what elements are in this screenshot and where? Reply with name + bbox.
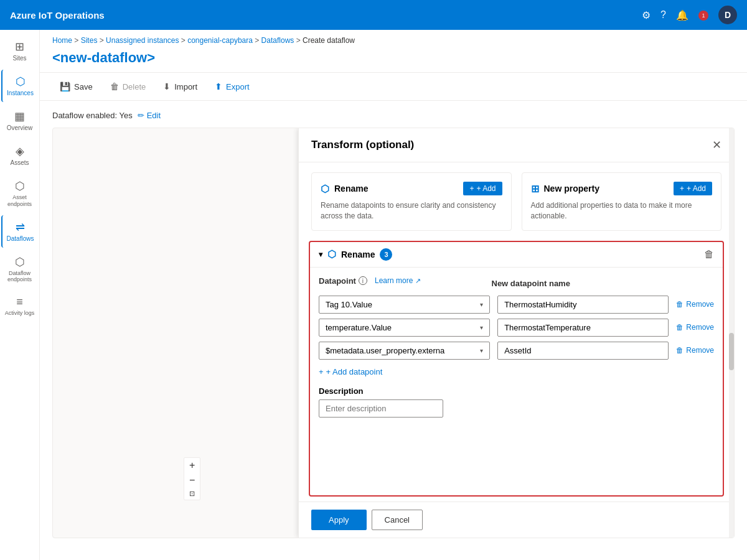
cancel-button[interactable]: Cancel: [372, 510, 423, 530]
export-button[interactable]: ⬆ Export: [207, 78, 257, 95]
zoom-fit-button[interactable]: ⊡: [184, 488, 200, 500]
rename-add-button[interactable]: + + Add: [463, 182, 502, 195]
sidebar: Sites ⬡ Instances ▦ Overview ◈ Assets ⬡ …: [0, 30, 40, 560]
zoom-out-button[interactable]: −: [184, 473, 200, 488]
sidebar-item-activity-logs[interactable]: ≡ Activity logs: [1, 291, 39, 322]
remove-button-2[interactable]: 🗑 Remove: [676, 323, 714, 332]
breadcrumb-home[interactable]: Home: [52, 36, 72, 45]
external-link-icon: ↗: [415, 277, 421, 285]
avatar[interactable]: D: [718, 6, 737, 24]
new-name-input-3[interactable]: [497, 342, 669, 360]
new-property-card: ⊞ New property + + Add Add additional pr…: [522, 172, 722, 231]
sidebar-item-sites[interactable]: Sites: [1, 35, 39, 67]
settings-icon[interactable]: ⚙: [642, 9, 651, 21]
new-name-col-label: New datapoint name: [492, 279, 570, 288]
datapoint-col-label: Datapoint: [319, 276, 356, 286]
asset-endpoints-icon: ⬡: [15, 179, 25, 193]
sidebar-item-overview[interactable]: ▦ Overview: [1, 105, 39, 137]
sidebar-label-instances: Instances: [7, 90, 34, 97]
activity-logs-icon: ≡: [16, 296, 23, 309]
rename-col-headers: Datapoint i Learn more ↗: [319, 276, 714, 291]
sidebar-label-dataflows: Dataflows: [7, 235, 34, 243]
top-navigation: Azure IoT Operations ⚙ ? 🔔 1 D: [0, 0, 747, 30]
save-button[interactable]: 💾 Save: [52, 78, 100, 95]
dataflow-enabled-label: Dataflow enabled: Yes: [52, 111, 133, 120]
toolbar: 💾 Save 🗑 Delete ⬇ Import ⬆ Export: [40, 72, 747, 101]
save-icon: 💾: [60, 82, 70, 91]
scrollbar-thumb: [729, 333, 734, 370]
close-button[interactable]: ✕: [712, 138, 721, 152]
new-property-add-button[interactable]: + + Add: [674, 182, 712, 195]
breadcrumb: Home > Sites > Unassigned instances > co…: [40, 30, 747, 47]
datapoint-dropdown-1[interactable]: Tag 10.Value ▾: [319, 296, 490, 314]
dropdown-arrow-1: ▾: [480, 301, 483, 308]
transform-cards: ⬡ Rename + + Add Rename datapoints to en…: [299, 162, 734, 241]
transform-panel: Transform (optional) ✕ ⬡ Rename: [298, 128, 734, 538]
app-title: Azure IoT Operations: [10, 10, 105, 21]
main-content: Home > Sites > Unassigned instances > co…: [40, 30, 747, 560]
edit-link[interactable]: ✏ Edit: [138, 111, 161, 120]
new-name-input-1[interactable]: [497, 296, 669, 314]
rename-card-title: Rename: [334, 184, 368, 194]
import-button[interactable]: ⬇ Import: [156, 78, 205, 95]
vertical-scrollbar[interactable]: [729, 128, 734, 538]
delete-icon: 🗑: [110, 82, 119, 91]
rename-card-icon: ⬡: [321, 183, 329, 195]
info-icon: i: [359, 276, 367, 285]
datapoint-row-3: $metadata.user_property.externa ▾ 🗑 Remo…: [319, 342, 714, 360]
datapoint-row-1: Tag 10.Value ▾ 🗑 Remove: [319, 296, 714, 314]
help-icon[interactable]: ?: [660, 9, 666, 21]
page-title: <new-dataflow>: [40, 47, 747, 72]
breadcrumb-dataflows[interactable]: Dataflows: [261, 36, 294, 45]
sidebar-item-assets[interactable]: ◈ Assets: [1, 139, 39, 172]
dropdown-arrow-2: ▾: [480, 324, 483, 331]
edit-icon: ✏: [138, 111, 144, 120]
breadcrumb-current: Create dataflow: [303, 36, 355, 45]
breadcrumb-sites[interactable]: Sites: [81, 36, 98, 45]
rename-section: ▾ ⬡ Rename 3 🗑: [309, 241, 724, 497]
rename-body: Datapoint i Learn more ↗: [310, 268, 723, 426]
notification-count: 1: [698, 11, 708, 21]
delete-button[interactable]: 🗑 Delete: [103, 78, 154, 95]
sidebar-item-dataflow-endpoints[interactable]: ⬡ Dataflow endpoints: [1, 250, 39, 289]
learn-more-text: Learn more: [375, 276, 413, 285]
rename-collapse-icon[interactable]: ▾: [319, 250, 322, 259]
datapoint-row-2: temperature.Value ▾ 🗑 Remove: [319, 319, 714, 337]
rename-card: ⬡ Rename + + Add Rename datapoints to en…: [311, 172, 512, 231]
rename-card-desc: Rename datapoints to ensure clarity and …: [321, 200, 502, 222]
rename-section-title: Rename: [341, 250, 375, 259]
dataflow-bar: Dataflow enabled: Yes ✏ Edit: [52, 111, 735, 120]
datapoint-value-2: temperature.Value: [326, 323, 392, 332]
learn-more-link[interactable]: Learn more ↗: [375, 276, 421, 285]
sidebar-label-dataflow-endpoints: Dataflow endpoints: [4, 270, 36, 284]
datapoint-dropdown-2[interactable]: temperature.Value ▾: [319, 319, 490, 337]
bell-icon[interactable]: 🔔: [676, 9, 688, 21]
add-datapoint-button[interactable]: + + Add datapoint: [319, 365, 382, 379]
new-property-icon: ⊞: [531, 183, 539, 195]
zoom-in-button[interactable]: +: [184, 458, 200, 473]
new-name-input-2[interactable]: [497, 319, 669, 337]
instances-icon: ⬡: [16, 75, 26, 88]
rename-delete-button[interactable]: 🗑: [704, 249, 714, 260]
rename-count-badge: 3: [380, 248, 392, 261]
breadcrumb-instance[interactable]: congenial-capybara: [187, 36, 253, 45]
sidebar-label-overview: Overview: [7, 124, 33, 132]
export-icon: ⬆: [215, 82, 222, 91]
breadcrumb-unassigned[interactable]: Unassigned instances: [106, 36, 179, 45]
datapoint-value-3: $metadata.user_property.externa: [326, 346, 444, 355]
assets-icon: ◈: [16, 144, 24, 158]
overview-icon: ▦: [14, 110, 25, 123]
description-input[interactable]: [319, 399, 443, 418]
dropdown-arrow-3: ▾: [480, 347, 483, 354]
remove-button-1[interactable]: 🗑 Remove: [676, 300, 714, 309]
new-property-add-icon: +: [680, 184, 684, 193]
sidebar-item-asset-endpoints[interactable]: ⬡ Asset endpoints: [1, 174, 39, 213]
remove-button-3[interactable]: 🗑 Remove: [676, 346, 714, 355]
apply-button[interactable]: Apply: [311, 510, 367, 530]
sidebar-label-sites: Sites: [12, 55, 26, 62]
dataflow-endpoints-icon: ⬡: [15, 255, 25, 269]
sidebar-item-instances[interactable]: ⬡ Instances: [1, 70, 39, 102]
datapoint-dropdown-3[interactable]: $metadata.user_property.externa ▾: [319, 342, 490, 360]
sidebar-label-assets: Assets: [10, 159, 29, 167]
sidebar-item-dataflows[interactable]: ⇌ Dataflows: [1, 215, 39, 248]
